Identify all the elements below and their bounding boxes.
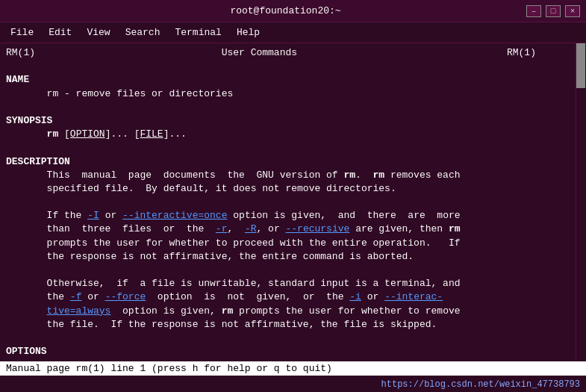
menu-search[interactable]: Search — [118, 24, 168, 41]
desc-line-5: prompts the user for whether to proceed … — [6, 237, 580, 250]
menu-help[interactable]: Help — [229, 24, 267, 41]
options-heading: OPTIONS — [6, 345, 580, 358]
synopsis-heading: SYNOPSIS — [6, 114, 580, 128]
rm-title-center: User Commands — [222, 47, 297, 58]
desc-rm3: rm — [449, 223, 461, 234]
title-bar: root@foundation20:~ – □ × — [0, 0, 586, 22]
man-header: RM(1) User Commands RM(1) — [6, 46, 580, 60]
desc-line-7: Otherwise, if a file is unwritable, stan… — [6, 277, 580, 290]
blank-line-5 — [6, 264, 580, 277]
flag-i: -I — [87, 210, 99, 221]
menu-edit[interactable]: Edit — [41, 24, 79, 41]
menu-view[interactable]: View — [79, 24, 117, 41]
terminal-content: RM(1) User Commands RM(1) NAME rm - remo… — [0, 43, 586, 359]
rm-title-right: RM(1) — [507, 47, 536, 58]
status-bar: Manual page rm(1) line 1 (press h for he… — [0, 361, 586, 376]
flag-r: -r — [216, 223, 228, 234]
close-button[interactable]: × — [565, 5, 580, 17]
flag-tive-always: tive=always — [47, 305, 111, 317]
url-text: https://blog.csdn.net/weixin_47738793 — [381, 379, 580, 390]
flag-interac-start: --interac- — [384, 291, 443, 302]
scrollbar[interactable] — [576, 43, 586, 359]
maximize-button[interactable]: □ — [546, 5, 561, 17]
description-heading: DESCRIPTION — [6, 155, 580, 169]
desc-rm4: rm — [222, 305, 234, 317]
synopsis-rm: rm — [47, 128, 59, 140]
desc-line-6: the response is not affirmative, the ent… — [6, 250, 580, 264]
desc-rm1: rm — [343, 169, 355, 181]
flag-i2: -i — [349, 291, 361, 302]
synopsis-body: rm [OPTION]... [FILE]... — [6, 128, 580, 141]
flag-interactive-once: --interactive=once — [122, 210, 227, 221]
blank-line-4 — [6, 196, 580, 209]
blank-line-1 — [6, 60, 580, 73]
desc-line-10: the file. If the response is not affirma… — [6, 318, 580, 332]
desc-line-2: specified file. By default, it does not … — [6, 182, 580, 196]
desc-line-3: If the -I or --interactive=once option i… — [6, 209, 580, 223]
name-heading: NAME — [6, 73, 580, 87]
menu-bar: File Edit View Search Terminal Help — [0, 22, 586, 43]
desc-line-1: This manual page documents the GNU versi… — [6, 169, 580, 182]
name-body: rm - remove files or directories — [6, 87, 580, 101]
flag-recursive: --recursive — [286, 223, 350, 234]
menu-terminal[interactable]: Terminal — [167, 24, 228, 41]
flag-force: --force — [105, 291, 146, 302]
blank-line-3 — [6, 141, 580, 155]
synopsis-option: OPTION — [70, 128, 105, 140]
synopsis-file: FILE — [140, 128, 163, 140]
menu-file[interactable]: File — [3, 24, 41, 41]
window-title: root@foundation20:~ — [45, 5, 526, 16]
minimize-button[interactable]: – — [526, 5, 541, 17]
blank-line-6 — [6, 332, 580, 345]
url-bar: https://blog.csdn.net/weixin_47738793 — [0, 377, 586, 392]
desc-line-9: tive=always option is given, rm prompts … — [6, 305, 580, 318]
window-controls: – □ × — [526, 5, 580, 17]
desc-line-8: the -f or --force option is not given, o… — [6, 290, 580, 304]
blank-line-2 — [6, 101, 580, 114]
flag-f: -f — [70, 291, 82, 302]
rm-title-left: RM(1) — [6, 47, 35, 58]
desc-rm2: rm — [373, 169, 385, 181]
desc-line-4: than three files or the -r, -R, or --rec… — [6, 223, 580, 236]
status-text: Manual page rm(1) line 1 (press h for he… — [6, 363, 332, 374]
scrollbar-thumb[interactable] — [576, 43, 585, 88]
flag-bigR: -R — [245, 223, 257, 234]
